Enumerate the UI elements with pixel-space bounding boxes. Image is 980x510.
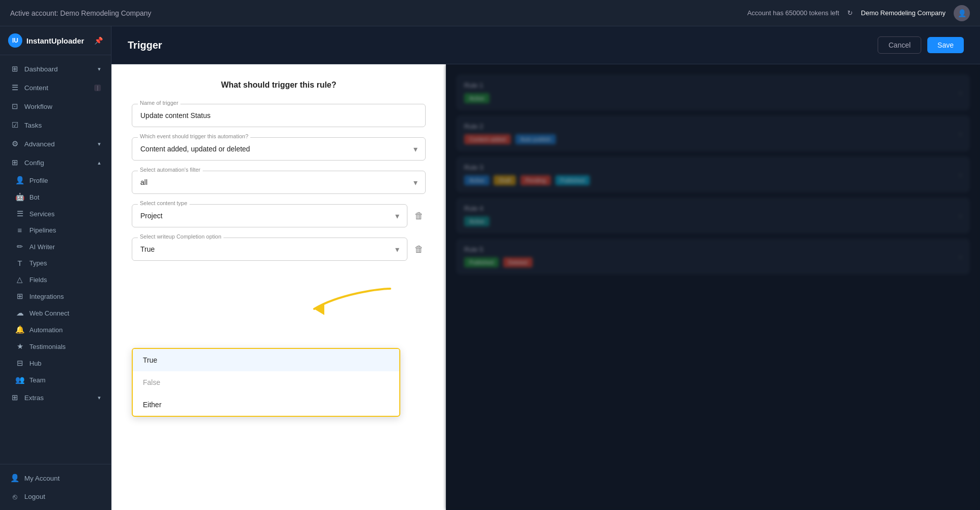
rule-item: Rule 5 Published Deleted › <box>456 239 970 274</box>
content-type-select-wrapper: Project <box>132 204 407 227</box>
save-button[interactable]: Save <box>927 37 964 53</box>
sidebar-item-label: Pipelines <box>29 226 56 234</box>
sidebar-item-label: Services <box>29 210 55 218</box>
trigger-name-label: Name of trigger <box>138 100 180 106</box>
cancel-button[interactable]: Cancel <box>878 36 921 54</box>
team-icon: 👥 <box>15 375 24 384</box>
rule-item: Rule 1 Active › <box>456 74 970 110</box>
sidebar-item-label: Workflow <box>24 103 52 110</box>
right-panel: Rule 1 Active › Rule 2 Content added Aut… <box>446 64 980 510</box>
trigger-title: Trigger <box>128 40 162 51</box>
header-right: Account has 650000 tokens left ↻ Demo Re… <box>747 5 970 21</box>
sidebar-item-label: Types <box>29 259 47 267</box>
rule-chevron-icon: › <box>959 212 962 220</box>
sidebar-item-types[interactable]: T Types <box>8 255 109 271</box>
sidebar-item-team[interactable]: 👥 Team <box>8 372 109 388</box>
sidebar-item-hub[interactable]: ⊟ Hub <box>8 355 109 371</box>
content-type-select[interactable]: Project <box>132 204 407 227</box>
sidebar-item-services[interactable]: ☰ Services <box>8 206 109 222</box>
web-connect-icon: ☁ <box>15 308 24 318</box>
dropdown-option-true[interactable]: True <box>133 349 399 371</box>
sidebar-item-content[interactable]: ☰ Content | <box>2 79 109 97</box>
trigger-name-input[interactable] <box>132 104 426 127</box>
pin-icon[interactable]: 📌 <box>94 36 103 45</box>
sidebar-item-testimonials[interactable]: ★ Testimonials <box>8 338 109 355</box>
sidebar-item-extras[interactable]: ⊞ Extras ▾ <box>2 388 109 407</box>
tokens-label: Account has 650000 tokens left <box>747 9 839 17</box>
rule-tag: Published <box>555 175 590 185</box>
rule-tag: Draft <box>494 175 516 185</box>
bot-icon: 🤖 <box>15 192 24 202</box>
form-section-title: What should trigger this rule? <box>132 81 426 90</box>
rule-title: Rule 1 <box>464 82 492 89</box>
dropdown-option-either[interactable]: Either <box>133 394 399 416</box>
chevron-down-icon: ▾ <box>98 141 101 147</box>
writeup-label: Select writeup Completion option <box>138 233 223 240</box>
sidebar-item-label: Logout <box>24 493 45 500</box>
content-area: Trigger Cancel Save What should trigger … <box>111 26 980 510</box>
sidebar-item-logout[interactable]: ⎋ Logout <box>2 488 109 505</box>
sidebar-item-label: Content <box>24 84 48 92</box>
chevron-icon: ▾ <box>98 66 101 72</box>
sidebar-item-automation[interactable]: 🔔 Automation <box>8 322 109 338</box>
rule-title: Rule 2 <box>464 123 558 130</box>
rule-tag: Published <box>464 257 499 267</box>
sidebar-item-dashboard[interactable]: ⊞ Dashboard ▾ <box>2 60 109 78</box>
sidebar-item-label: Testimonials <box>29 343 66 350</box>
sidebar: IU InstantUploader 📌 ⊞ Dashboard ▾ ☰ Con… <box>0 26 111 510</box>
content-type-delete-button[interactable]: 🗑 <box>412 209 426 223</box>
sidebar-item-label: Profile <box>29 177 48 184</box>
form-group-writeup: Select writeup Completion option True 🗑 <box>132 238 426 261</box>
sidebar-item-label: Tasks <box>24 122 42 129</box>
rule-tag: Active <box>464 216 489 226</box>
dropdown-option-false[interactable]: False <box>133 371 399 394</box>
sidebar-item-label: Hub <box>29 360 42 367</box>
sidebar-item-pipelines[interactable]: ≡ Pipelines <box>8 222 109 238</box>
rule-tag: Active <box>464 93 489 103</box>
avatar[interactable]: 👤 <box>954 5 970 21</box>
sidebar-item-my-account[interactable]: 👤 My Account <box>2 469 109 487</box>
rule-item: Rule 4 Active › <box>456 198 970 233</box>
sidebar-item-label: Dashboard <box>24 65 58 73</box>
sidebar-item-tasks[interactable]: ☑ Tasks <box>2 116 109 134</box>
writeup-select[interactable]: True <box>132 238 407 261</box>
rule-chevron-icon: › <box>959 130 962 138</box>
event-select[interactable]: Content added, updated or deleted <box>132 137 426 161</box>
filter-label: Select automation's filter <box>138 167 203 173</box>
sidebar-item-integrations[interactable]: ⊞ Integrations <box>8 288 109 304</box>
rule-tag: Auto publish <box>515 134 556 144</box>
sidebar-item-bot[interactable]: 🤖 Bot <box>8 189 109 205</box>
sidebar-logo: IU InstantUploader 📌 <box>0 26 111 55</box>
content-type-row: Project 🗑 <box>132 204 426 227</box>
sidebar-item-ai-writer[interactable]: ✏ AI Writer <box>8 239 109 255</box>
rule-tag: Deleted <box>503 257 533 267</box>
rule-item: Rule 2 Content added Auto publish › <box>456 115 970 151</box>
services-icon: ☰ <box>15 209 24 218</box>
config-icon: ⊞ <box>10 158 19 167</box>
writeup-delete-button[interactable]: 🗑 <box>412 242 426 257</box>
rule-tag: Active <box>464 175 489 185</box>
filter-select[interactable]: all <box>132 171 426 194</box>
sidebar-item-web-connect[interactable]: ☁ Web Connect <box>8 305 109 321</box>
account-name: Demo Remodeling Company <box>861 9 946 17</box>
sidebar-item-config[interactable]: ⊞ Config ▴ <box>2 153 109 172</box>
advanced-icon: ⚙ <box>10 139 19 148</box>
extras-icon: ⊞ <box>10 393 19 402</box>
config-subnav: 👤 Profile 🤖 Bot ☰ Services ≡ Pipelines ✏ <box>0 172 111 388</box>
rule-tag: Content added <box>464 134 511 144</box>
sidebar-item-label: Integrations <box>29 293 64 300</box>
form-panel: What should trigger this rule? Name of t… <box>111 64 446 510</box>
sidebar-item-fields[interactable]: △ Fields <box>8 271 109 288</box>
sidebar-bottom: 👤 My Account ⎋ Logout <box>0 464 111 510</box>
refresh-icon[interactable]: ↻ <box>847 9 853 17</box>
rule-chevron-icon: › <box>959 253 962 261</box>
sidebar-item-workflow[interactable]: ⊡ Workflow <box>2 97 109 115</box>
rule-item: Rule 3 Active Draft Pending Published › <box>456 156 970 192</box>
sidebar-item-profile[interactable]: 👤 Profile <box>8 172 109 188</box>
sidebar-item-advanced[interactable]: ⚙ Advanced ▾ <box>2 135 109 153</box>
rule-title: Rule 3 <box>464 164 592 171</box>
sidebar-item-label: Automation <box>29 326 63 334</box>
rule-tag: Pending <box>520 175 551 185</box>
form-group-trigger-name: Name of trigger <box>132 104 426 127</box>
trigger-header: Trigger Cancel Save <box>111 26 980 64</box>
